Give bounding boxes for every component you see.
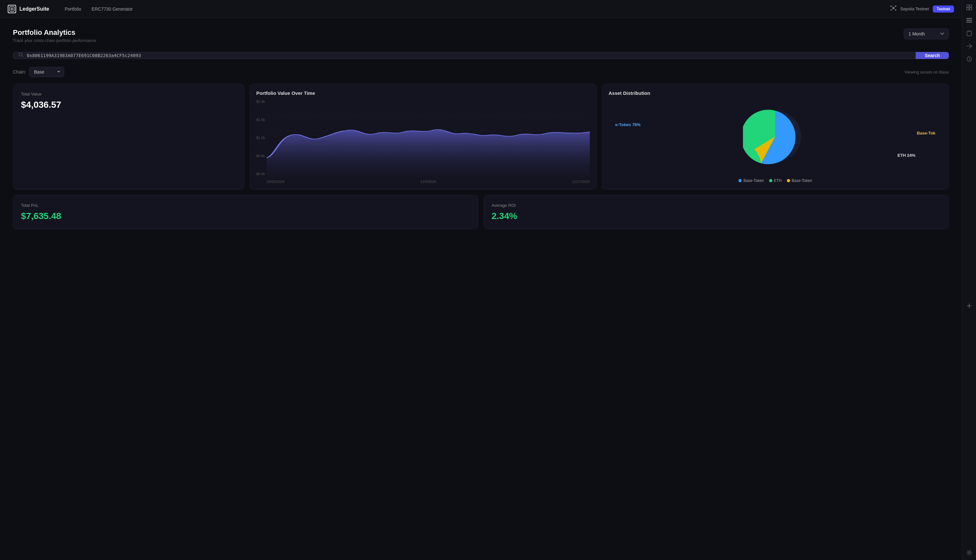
pie-label-basetok: Base-Tok [917, 131, 936, 135]
logo-icon [8, 5, 16, 13]
month-selector[interactable]: 1 Month [904, 28, 949, 39]
top-cards-grid: Total Value $4,036.57 Portfolio Value Ov… [13, 83, 949, 190]
legend-eth: ETH [769, 178, 782, 183]
pie-labels-float: e-Token 76% Base-Tok ETH 24% [609, 101, 943, 172]
legend-base-token-1: Base-Token [739, 178, 764, 183]
asset-distribution-card: Asset Distribution [602, 83, 949, 190]
pie-label-eth: ETH 24% [898, 153, 916, 158]
svg-point-12 [891, 5, 892, 7]
portfolio-chart-card: Portfolio Value Over Time $2.4k $1.8k $1… [250, 83, 597, 190]
average-roi-value: 2.34% [492, 211, 941, 221]
legend-base-token-2: Base-Token [787, 178, 812, 183]
sidebar-icon-3[interactable] [966, 30, 973, 37]
page-header: Portfolio Analytics Track your cross-cha… [13, 28, 949, 43]
sidebar-icon-4[interactable] [966, 43, 973, 50]
chart-area: $2.4k $1.8k $1.2k $0.6k $0.0k [256, 100, 590, 183]
chain-selector-wrap: Chain: Base Ethereum Polygon [13, 67, 64, 77]
chain-row: Chain: Base Ethereum Polygon Viewing ass… [13, 67, 949, 77]
legend-label-2: ETH [774, 178, 782, 183]
pie-svg-wrap: e-Token 76% Base-Tok ETH 24% [609, 101, 943, 172]
network-badge[interactable]: Testnet [933, 5, 954, 13]
svg-rect-0 [967, 5, 969, 7]
logo-label: LedgerSuite [19, 6, 49, 12]
topnav: LedgerSuite Portfolio ERC7730 Generator … [0, 0, 962, 18]
chain-select[interactable]: Base Ethereum Polygon [29, 67, 64, 77]
svg-point-14 [891, 9, 892, 11]
month-selector-value: 1 Month [909, 31, 925, 37]
total-pnl-label: Total PnL [21, 203, 470, 208]
svg-rect-1 [969, 5, 972, 7]
total-pnl-value: $7,635.48 [21, 211, 470, 221]
total-value-label: Total Value [21, 92, 236, 97]
sidebar-icon-plus[interactable] [966, 302, 973, 309]
average-roi-label: Average ROI [492, 203, 941, 208]
right-sidebar [962, 0, 976, 560]
search-button[interactable]: Search [916, 52, 949, 59]
svg-rect-7 [967, 31, 971, 36]
legend-label-3: Base-Token [792, 178, 812, 183]
network-name: Sepolia Testnet [901, 7, 929, 11]
logo: LedgerSuite [8, 5, 49, 13]
svg-rect-5 [966, 20, 972, 21]
svg-point-9 [968, 552, 970, 553]
total-pnl-card: Total PnL $7,635.48 [13, 195, 478, 229]
chart-title: Portfolio Value Over Time [256, 90, 590, 96]
nav-right: Sepolia Testnet Testnet [890, 5, 954, 13]
sidebar-icon-5[interactable] [966, 55, 973, 63]
main-content: Portfolio Analytics Track your cross-cha… [0, 18, 962, 560]
chain-label: Chain: [13, 69, 26, 75]
pie-content: e-Token 76% Base-Tok ETH 24% Base-Token [609, 101, 943, 183]
svg-rect-6 [966, 22, 972, 23]
chart-y-labels: $2.4k $1.8k $1.2k $0.6k $0.0k [256, 100, 265, 176]
pie-title: Asset Distribution [609, 90, 943, 96]
viewing-label: Viewing assets on Base [904, 70, 949, 75]
page-title: Portfolio Analytics [13, 28, 96, 37]
sidebar-icon-2[interactable] [966, 17, 973, 24]
search-input[interactable] [27, 53, 911, 58]
search-input-wrap [13, 52, 916, 59]
nav-portfolio[interactable]: Portfolio [65, 5, 81, 13]
average-roi-card: Average ROI 2.34% [484, 195, 949, 229]
settings-icon[interactable] [966, 549, 973, 556]
total-value-value: $4,036.57 [21, 100, 236, 110]
page-subtitle: Track your cross-chain portfolio perform… [13, 38, 96, 43]
pie-legend: Base-Token ETH Base-Token [739, 178, 812, 183]
svg-point-15 [895, 9, 896, 11]
chart-x-labels: 10/26/2024 11/4/2024 11/17/2024 [267, 180, 590, 183]
search-bar: Search [13, 52, 949, 59]
legend-label-1: Base-Token [743, 178, 764, 183]
legend-dot-yellow [787, 179, 790, 182]
page-header-left: Portfolio Analytics Track your cross-cha… [13, 28, 96, 43]
search-icon [18, 52, 23, 59]
nav-erc7730[interactable]: ERC7730 Generator [92, 5, 133, 13]
sidebar-icon-1[interactable] [966, 4, 973, 11]
total-value-card: Total Value $4,036.57 [13, 83, 244, 190]
pie-label-etoken: e-Token 76% [615, 122, 641, 127]
svg-point-13 [895, 5, 896, 7]
svg-rect-2 [967, 8, 969, 10]
svg-rect-3 [969, 8, 972, 10]
legend-dot-green [769, 179, 772, 182]
network-icon [890, 5, 897, 13]
bottom-cards-grid: Total PnL $7,635.48 Average ROI 2.34% [13, 195, 949, 229]
svg-rect-4 [966, 18, 972, 19]
legend-dot-blue [739, 179, 742, 182]
chart-svg [267, 100, 590, 177]
